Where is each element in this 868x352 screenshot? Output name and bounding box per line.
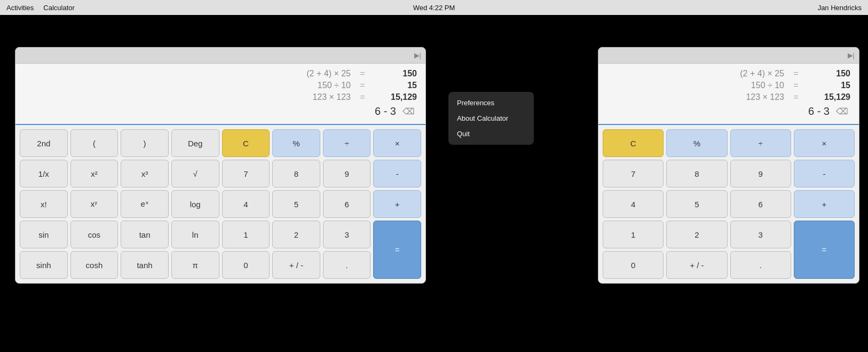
- key-4[interactable]: 4: [222, 190, 270, 218]
- key-_[interactable]: =: [794, 221, 855, 279]
- history-expr: (2 + 4) × 25: [607, 69, 784, 79]
- key-x_[interactable]: xʸ: [70, 190, 119, 218]
- current-input-left: 6 - 3: [24, 105, 396, 118]
- key-5[interactable]: 5: [272, 190, 320, 218]
- key-_[interactable]: .: [730, 251, 791, 279]
- key-_[interactable]: +: [373, 190, 421, 218]
- history-result: 15,129: [808, 92, 850, 102]
- key-2[interactable]: 2: [272, 221, 320, 248]
- key-ln[interactable]: ln: [171, 221, 219, 248]
- key-log[interactable]: log: [171, 190, 219, 218]
- topbar-calculator[interactable]: Calculator: [43, 4, 75, 12]
- key-9[interactable]: 9: [730, 160, 791, 187]
- context-menu-item-preferences[interactable]: Preferences: [448, 95, 534, 111]
- history-expr: 123 × 123: [607, 92, 784, 102]
- backspace-button-right[interactable]: ⌫: [834, 105, 850, 118]
- history-equals: =: [791, 92, 801, 102]
- key-1[interactable]: 1: [222, 221, 270, 248]
- history-expr: 123 × 123: [24, 92, 351, 102]
- key-_[interactable]: -: [794, 160, 855, 187]
- calc-display-right: (2 + 4) × 25 = 150 150 ÷ 10 = 15 123 × 1…: [598, 64, 859, 125]
- key-C[interactable]: C: [603, 129, 664, 157]
- history-expr: 150 ÷ 10: [607, 81, 784, 90]
- key-4[interactable]: 4: [603, 190, 664, 218]
- key-_[interactable]: %: [272, 129, 320, 157]
- key-6[interactable]: 6: [730, 190, 791, 218]
- key-9[interactable]: 9: [323, 160, 371, 187]
- key-_[interactable]: -: [373, 160, 421, 187]
- current-input-row-left: 6 - 3 ⌫: [24, 103, 417, 120]
- history-row: 150 ÷ 10 = 15: [24, 80, 417, 91]
- history-equals: =: [357, 81, 368, 90]
- key-0[interactable]: 0: [222, 251, 270, 279]
- key-0[interactable]: 0: [603, 251, 664, 279]
- key-C[interactable]: C: [222, 129, 270, 157]
- key-5[interactable]: 5: [666, 190, 727, 218]
- history-equals: =: [791, 69, 801, 79]
- history-expr: (2 + 4) × 25: [24, 69, 351, 79]
- key-_[interactable]: ×: [794, 129, 855, 157]
- key-_[interactable]: ×: [373, 129, 421, 157]
- calc-display-left: (2 + 4) × 25 = 150 150 ÷ 10 = 15 123 × 1…: [15, 64, 425, 125]
- calculator-window-left: ▶| (2 + 4) × 25 = 150 150 ÷ 10 = 15 123 …: [15, 47, 426, 284]
- calculator-window-right: ▶| (2 + 4) × 25 = 150 150 ÷ 10 = 15 123 …: [598, 47, 859, 284]
- key-x_[interactable]: x!: [20, 190, 68, 218]
- context-menu-item-about-calculator[interactable]: About Calculator: [448, 111, 534, 126]
- topbar-datetime: Wed 4:22 PM: [413, 4, 455, 12]
- key-_____[interactable]: + / -: [272, 251, 320, 279]
- history-row: (2 + 4) × 25 = 150: [24, 68, 417, 80]
- key-8[interactable]: 8: [666, 160, 727, 187]
- context-menu-item-quit[interactable]: Quit: [448, 126, 534, 142]
- history-row: 123 × 123 = 15,129: [607, 91, 850, 103]
- calc-keypad-left: 2nd()DegC%÷×1/xx²x³√789-x!xʸeˣlog456+sin…: [15, 125, 425, 283]
- context-menu: PreferencesAbout CalculatorQuit: [448, 92, 534, 145]
- calc-titlebar-left: ▶|: [15, 48, 425, 64]
- history-row: 123 × 123 = 15,129: [24, 91, 417, 103]
- key-_[interactable]: π: [171, 251, 219, 279]
- key-Deg[interactable]: Deg: [171, 129, 219, 157]
- backspace-button-left[interactable]: ⌫: [400, 105, 417, 118]
- key-_[interactable]: ÷: [323, 129, 371, 157]
- key-x_[interactable]: x³: [121, 160, 169, 187]
- key-x_[interactable]: x²: [70, 160, 119, 187]
- key-2[interactable]: 2: [666, 221, 727, 248]
- key-7[interactable]: 7: [603, 160, 664, 187]
- key-1[interactable]: 1: [603, 221, 664, 248]
- key-e_[interactable]: eˣ: [121, 190, 169, 218]
- key-cos[interactable]: cos: [70, 221, 119, 248]
- current-input-row-right: 6 - 3 ⌫: [607, 103, 850, 120]
- key-_[interactable]: .: [323, 251, 371, 279]
- topbar: Activities Calculator Wed 4:22 PM Jan He…: [0, 0, 868, 15]
- history-equals: =: [357, 92, 368, 102]
- topbar-user: Jan Hendricks: [818, 4, 862, 12]
- history-equals: =: [791, 81, 801, 90]
- key-6[interactable]: 6: [323, 190, 371, 218]
- key-7[interactable]: 7: [222, 160, 270, 187]
- key-_[interactable]: +: [794, 190, 855, 218]
- key-_[interactable]: ): [121, 129, 169, 157]
- key-_[interactable]: (: [70, 129, 119, 157]
- key-2nd[interactable]: 2nd: [20, 129, 68, 157]
- history-result: 15: [808, 81, 850, 90]
- forward-icon: ▶|: [414, 51, 421, 59]
- key-sin[interactable]: sin: [20, 221, 68, 248]
- key-8[interactable]: 8: [272, 160, 320, 187]
- topbar-left: Activities Calculator: [6, 4, 75, 12]
- calc-history-right: (2 + 4) × 25 = 150 150 ÷ 10 = 15 123 × 1…: [607, 68, 850, 103]
- key-3[interactable]: 3: [323, 221, 371, 248]
- key-1_x[interactable]: 1/x: [20, 160, 68, 187]
- key-_[interactable]: %: [666, 129, 727, 157]
- key-tanh[interactable]: tanh: [121, 251, 169, 279]
- key-_____[interactable]: + / -: [666, 251, 727, 279]
- forward-icon-right: ▶|: [848, 51, 855, 59]
- current-input-right: 6 - 3: [607, 105, 830, 118]
- key-_[interactable]: √: [171, 160, 219, 187]
- key-sinh[interactable]: sinh: [20, 251, 68, 279]
- key-_[interactable]: ÷: [730, 129, 791, 157]
- history-equals: =: [357, 69, 368, 79]
- key-cosh[interactable]: cosh: [70, 251, 119, 279]
- topbar-activities[interactable]: Activities: [6, 4, 34, 12]
- key-_[interactable]: =: [373, 221, 421, 279]
- key-3[interactable]: 3: [730, 221, 791, 248]
- key-tan[interactable]: tan: [121, 221, 169, 248]
